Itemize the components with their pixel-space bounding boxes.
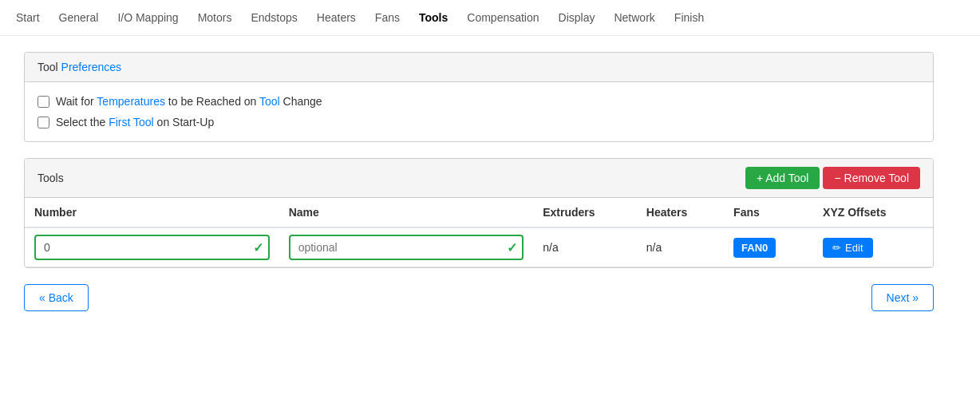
col-name: Name [279, 198, 534, 227]
tool-preferences-header: Tool Preferences [25, 53, 933, 82]
nav-item-network[interactable]: Network [614, 11, 654, 24]
col-number: Number [25, 198, 279, 227]
tools-action-buttons: + Add Tool − Remove Tool [745, 167, 920, 189]
nav-item-endstops[interactable]: Endstops [251, 11, 297, 24]
tool-number-input-wrapper: ✓ [34, 235, 270, 260]
back-button[interactable]: « Back [24, 284, 89, 311]
nav-item-motors[interactable]: Motors [198, 11, 232, 24]
tools-panel-header: Tools + Add Tool − Remove Tool [25, 159, 933, 198]
select-first-tool-label: Select the First Tool on Start-Up [56, 116, 214, 128]
nav-item-finish[interactable]: Finish [674, 11, 704, 24]
edit-pencil-icon: ✏ [832, 242, 841, 254]
tools-table-container: Number Name Extruders Heaters Fans XYZ O… [25, 198, 933, 267]
select-first-tool-row: Select the First Tool on Start-Up [38, 116, 920, 128]
tool-name-input-wrapper: ✓ [289, 235, 524, 260]
top-navigation: Start General I/O Mapping Motors Endstop… [0, 0, 980, 36]
nav-item-display[interactable]: Display [559, 11, 595, 24]
tools-panel: Tools + Add Tool − Remove Tool Number Na… [24, 158, 934, 268]
select-first-tool-checkbox[interactable] [38, 117, 49, 128]
nav-item-io-mapping[interactable]: I/O Mapping [117, 11, 178, 24]
col-xyz-offsets: XYZ Offsets [813, 198, 933, 227]
tool-name-cell: ✓ [279, 227, 534, 267]
tools-table-header-row: Number Name Extruders Heaters Fans XYZ O… [25, 198, 933, 227]
add-tool-button[interactable]: + Add Tool [745, 167, 820, 189]
nav-item-start[interactable]: Start [16, 11, 40, 24]
tool-number-input[interactable] [34, 235, 270, 260]
tool-name-input[interactable] [289, 235, 524, 260]
wait-for-temps-label: Wait for Temperatures to be Reached on T… [56, 95, 322, 108]
remove-tool-button[interactable]: − Remove Tool [823, 167, 920, 189]
nav-item-heaters[interactable]: Heaters [317, 11, 356, 24]
main-content: Tool Preferences Wait for Temperatures t… [0, 36, 958, 327]
number-check-icon: ✓ [253, 240, 263, 255]
col-extruders: Extruders [533, 198, 637, 227]
tool-extruders-cell: n/a [533, 227, 637, 267]
wait-for-temps-row: Wait for Temperatures to be Reached on T… [38, 95, 920, 108]
next-button[interactable]: Next » [871, 284, 934, 311]
name-check-icon: ✓ [507, 240, 517, 255]
fan-badge: FAN0 [733, 238, 776, 258]
tool-xyz-cell: ✏ Edit [813, 227, 933, 267]
tool-preferences-body: Wait for Temperatures to be Reached on T… [25, 82, 933, 141]
wait-for-temps-checkbox[interactable] [38, 96, 49, 108]
tool-preferences-title: Tool Preferences [38, 61, 121, 73]
edit-label: Edit [845, 242, 863, 254]
tool-heaters-cell: n/a [637, 227, 724, 267]
tool-number-cell: ✓ [25, 227, 279, 267]
tool-fans-cell: FAN0 [724, 227, 813, 267]
edit-xyz-button[interactable]: ✏ Edit [823, 238, 872, 258]
nav-item-fans[interactable]: Fans [375, 11, 400, 24]
nav-item-tools[interactable]: Tools [419, 11, 448, 24]
tools-table: Number Name Extruders Heaters Fans XYZ O… [25, 198, 933, 267]
tools-panel-title: Tools [38, 172, 64, 184]
bottom-navigation: « Back Next » [24, 284, 934, 311]
tool-preferences-panel: Tool Preferences Wait for Temperatures t… [24, 52, 934, 142]
table-row: ✓ ✓ n/a n/a FAN0 [25, 227, 933, 267]
nav-item-general[interactable]: General [59, 11, 99, 24]
col-fans: Fans [724, 198, 813, 227]
col-heaters: Heaters [637, 198, 724, 227]
nav-item-compensation[interactable]: Compensation [467, 11, 539, 24]
